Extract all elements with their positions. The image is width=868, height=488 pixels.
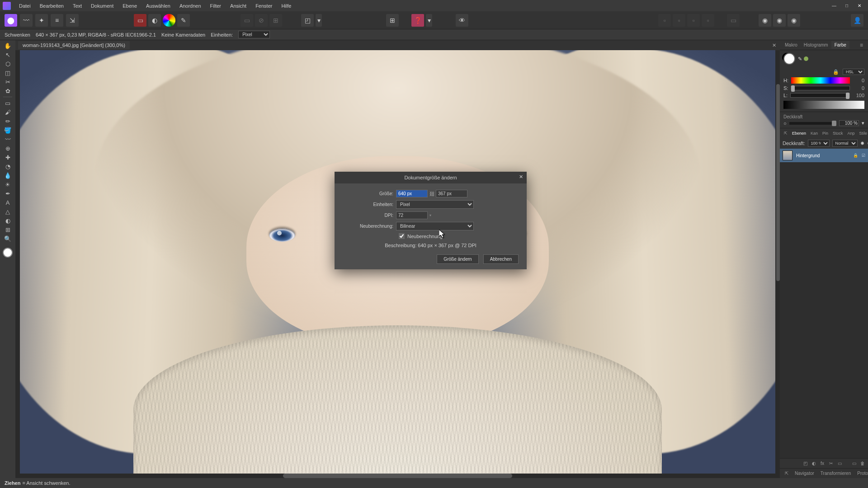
dodge-tool-icon[interactable]: ☀ <box>1 180 14 189</box>
hue-slider[interactable] <box>791 77 850 84</box>
lasso-tool-icon[interactable]: ✂ <box>1 77 14 86</box>
tab-close-icon[interactable]: ✕ <box>772 42 780 48</box>
layer-visible-icon[interactable]: ☑ <box>862 153 865 158</box>
tab-stock[interactable]: Stock <box>830 130 845 137</box>
menu-anordnen[interactable]: Anordnen <box>175 1 206 10</box>
blur-tool-icon[interactable]: 💧 <box>1 171 14 180</box>
text-tool-icon[interactable]: A <box>1 198 14 207</box>
menu-fenster[interactable]: Fenster <box>251 1 277 10</box>
node-tool-icon[interactable]: ⬡ <box>1 59 14 68</box>
resample-checkbox[interactable] <box>399 233 405 239</box>
link-icon[interactable]: ⛓ <box>428 191 436 197</box>
persona-tone-icon[interactable]: ≡ <box>51 14 63 27</box>
tab-kan[interactable]: Kan <box>808 130 820 137</box>
layer-lock-icon[interactable]: 🔒 <box>853 153 858 158</box>
height-input[interactable] <box>436 190 467 197</box>
lig-slider[interactable] <box>790 93 850 98</box>
opacity-slider[interactable] <box>789 122 836 125</box>
resize-button[interactable]: Größe ändern <box>437 254 478 264</box>
sel-none-icon[interactable]: ⊘ <box>255 14 268 27</box>
color-mode-select[interactable]: HSL <box>843 69 864 75</box>
hand-tool-icon[interactable]: ✋ <box>1 41 14 50</box>
menu-datei[interactable]: Datei <box>14 1 35 10</box>
menu-hilfe[interactable]: Hilfe <box>277 1 296 10</box>
gradient-tool-icon[interactable]: ◐ <box>1 216 14 225</box>
group-icon[interactable]: ▭ <box>836 460 843 467</box>
sat-slider[interactable] <box>791 86 850 90</box>
mesh-tool-icon[interactable]: ⊞ <box>1 225 14 234</box>
menu-auswaehlen[interactable]: Auswählen <box>142 1 175 10</box>
color-swatch-icon[interactable] <box>3 248 13 258</box>
persona-photo-icon[interactable]: ⬤ <box>5 14 17 27</box>
delete-layer-icon[interactable]: 🗑 <box>859 460 866 467</box>
marquee-tool-icon[interactable]: ▭ <box>1 99 14 108</box>
cancel-button[interactable]: Abbrechen <box>483 254 519 264</box>
dpi-input[interactable] <box>396 211 428 219</box>
opacity-dropdown-icon[interactable]: ▾ <box>862 120 864 126</box>
tab-stile[interactable]: Stile <box>857 130 868 137</box>
sel-rect-icon[interactable]: ▭ <box>241 14 253 27</box>
tab-anp[interactable]: Anp <box>845 130 857 137</box>
minimize-icon[interactable]: — <box>828 2 840 10</box>
brush-tool-icon[interactable]: 🖌 <box>1 108 14 117</box>
units-select[interactable]: Pixel <box>238 31 270 38</box>
tab-navigator[interactable]: Navigator <box>792 469 817 477</box>
width-input[interactable] <box>396 190 428 197</box>
align-1-icon[interactable]: ▫ <box>658 14 671 27</box>
menu-ansicht[interactable]: Ansicht <box>226 1 251 10</box>
dialog-titlebar[interactable]: Dokumentgröße ändern ✕ <box>335 172 527 183</box>
swatch-rainbow-icon[interactable] <box>163 14 175 27</box>
crop-icon[interactable]: ◰ <box>301 14 314 27</box>
menu-ebene[interactable]: Ebene <box>118 1 142 10</box>
swatch-picker-icon[interactable]: ✎ <box>177 14 190 27</box>
maximize-icon[interactable]: □ <box>841 2 853 10</box>
layer-row[interactable]: Hintergrund 🔒 ☑ <box>780 149 868 162</box>
eyedropper-icon[interactable]: ✎ <box>798 56 802 62</box>
crop-dropdown-icon[interactable]: ▾ <box>316 14 322 27</box>
persona-liquify-icon[interactable]: 〰 <box>20 14 33 27</box>
crop-layer-icon[interactable]: ✂ <box>827 460 835 467</box>
menu-text[interactable]: Text <box>68 1 86 10</box>
menu-bearbeiten[interactable]: Bearbeiten <box>35 1 68 10</box>
patch-tool-icon[interactable]: ◔ <box>1 162 14 171</box>
units-select[interactable]: Pixel <box>396 200 474 209</box>
horizontal-scrollbar[interactable] <box>283 474 512 478</box>
layer-fx-icon[interactable]: ✸ <box>860 141 864 146</box>
menu-dokument[interactable]: Dokument <box>86 1 118 10</box>
swatch-red-icon[interactable]: ▭ <box>134 14 146 27</box>
align-3-icon[interactable]: ▫ <box>687 14 700 27</box>
expand-icon[interactable]: ⇱ <box>782 130 790 137</box>
align-5-icon[interactable]: ▭ <box>727 14 740 27</box>
dpi-dropdown-icon[interactable]: ▾ <box>428 213 431 217</box>
smudge-tool-icon[interactable]: 〰 <box>1 135 14 144</box>
fx-icon[interactable]: fx <box>819 460 826 467</box>
expand2-icon[interactable]: ⇱ <box>782 469 792 477</box>
close-icon[interactable]: ✕ <box>854 2 865 10</box>
mask-icon[interactable]: ◰ <box>802 460 809 467</box>
tab-histogramm[interactable]: Histogramm <box>801 41 831 49</box>
tab-transform[interactable]: Transformieren <box>817 469 854 477</box>
persona-develop-icon[interactable]: ✦ <box>35 14 48 27</box>
add-layer-icon[interactable]: ▭ <box>850 460 858 467</box>
share-2-icon[interactable]: ◉ <box>773 14 786 27</box>
fill-tool-icon[interactable]: 🪣 <box>1 126 14 135</box>
paint-tool-icon[interactable]: ✏ <box>1 117 14 126</box>
document-tab[interactable]: woman-1919143_640.jpg [Geändert] (300,0%… <box>18 41 130 49</box>
tab-pin[interactable]: Pin <box>820 130 830 137</box>
account-icon[interactable]: 👤 <box>851 14 863 27</box>
heal-tool-icon[interactable]: ✚ <box>1 153 14 162</box>
move-tool-icon[interactable]: ↖ <box>1 50 14 59</box>
dialog-close-icon[interactable]: ✕ <box>519 174 523 180</box>
opacity-value[interactable]: 100 % <box>839 120 859 126</box>
sel-all-icon[interactable]: ⊞ <box>269 14 282 27</box>
align-2-icon[interactable]: ▫ <box>673 14 685 27</box>
color-well-icon[interactable] <box>783 53 795 65</box>
layer-opacity-select[interactable]: 100 % <box>808 140 830 147</box>
menu-filter[interactable]: Filter <box>206 1 226 10</box>
align-4-icon[interactable]: ▫ <box>702 14 714 27</box>
zoom-tool-icon[interactable]: 🔍 <box>1 234 14 243</box>
share-1-icon[interactable]: ◉ <box>759 14 771 27</box>
tab-makro[interactable]: Makro <box>782 41 801 49</box>
flood-tool-icon[interactable]: ✿ <box>1 86 14 95</box>
shape-tool-icon[interactable]: △ <box>1 207 14 216</box>
